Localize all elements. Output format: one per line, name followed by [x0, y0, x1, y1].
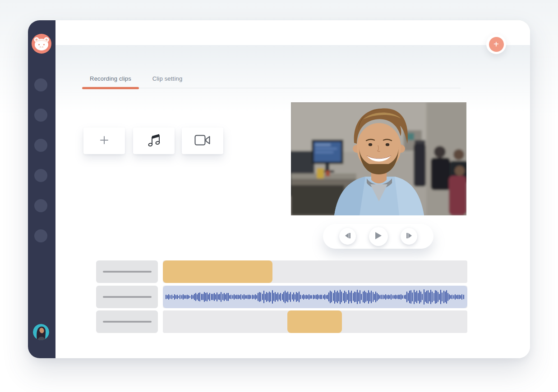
step-backward-button[interactable] [339, 228, 356, 245]
step-forward-button[interactable] [401, 228, 417, 245]
tab-recording-clips[interactable]: Recording clips [82, 75, 139, 82]
track-row-3 [55, 310, 530, 333]
add-new-halo: + [486, 34, 506, 54]
playback-bar [323, 224, 433, 249]
music-note-icon [148, 133, 160, 148]
track-lane-1[interactable] [163, 260, 467, 283]
track-handle-2[interactable] [96, 286, 158, 308]
active-tab-indicator [82, 87, 139, 89]
track-row-2 [55, 286, 530, 308]
sidebar-item-2[interactable] [34, 109, 47, 122]
main-panel: + Recording clips Clip setting [55, 20, 530, 358]
track-row-1 [55, 260, 530, 283]
sidebar [28, 20, 55, 358]
sidebar-item-3[interactable] [34, 139, 47, 152]
plus-icon [99, 135, 109, 146]
presenter-photo [291, 102, 466, 215]
track-handle-line [103, 321, 152, 323]
track-handle-line [103, 296, 152, 298]
clip-block-1[interactable] [163, 260, 272, 283]
clip-block-2[interactable] [287, 310, 342, 333]
play-icon [375, 232, 382, 241]
monkey-logo-icon [32, 47, 51, 55]
track-handle-line [103, 271, 152, 273]
avatar-photo [33, 324, 49, 340]
sidebar-item-4[interactable] [34, 169, 47, 182]
video-preview[interactable] [291, 102, 466, 215]
add-video-button[interactable] [182, 128, 223, 154]
add-clip-button[interactable] [83, 128, 125, 154]
sidebar-item-6[interactable] [34, 229, 47, 242]
page-background: { "app": { "accent_coral": "#ee8672", "s… [0, 0, 558, 392]
sidebar-item-5[interactable] [34, 199, 47, 212]
step-backward-icon [344, 232, 351, 240]
app-logo[interactable] [32, 34, 51, 54]
track-handle-1[interactable] [96, 260, 158, 283]
add-music-button[interactable] [133, 128, 175, 154]
track-handle-3[interactable] [96, 310, 158, 333]
user-avatar[interactable] [33, 324, 49, 340]
track-lane-2[interactable] [163, 286, 467, 308]
video-camera-icon [194, 135, 211, 147]
track-lane-3[interactable] [163, 310, 467, 333]
tab-clip-setting[interactable]: Clip setting [139, 75, 196, 82]
plus-icon: + [493, 39, 499, 49]
add-new-button[interactable]: + [489, 37, 504, 52]
step-forward-icon [406, 232, 413, 240]
sidebar-item-1[interactable] [34, 78, 47, 91]
app-window: + Recording clips Clip setting [28, 20, 530, 358]
audio-waveform-clip[interactable] [163, 286, 467, 308]
play-button[interactable] [369, 227, 388, 246]
